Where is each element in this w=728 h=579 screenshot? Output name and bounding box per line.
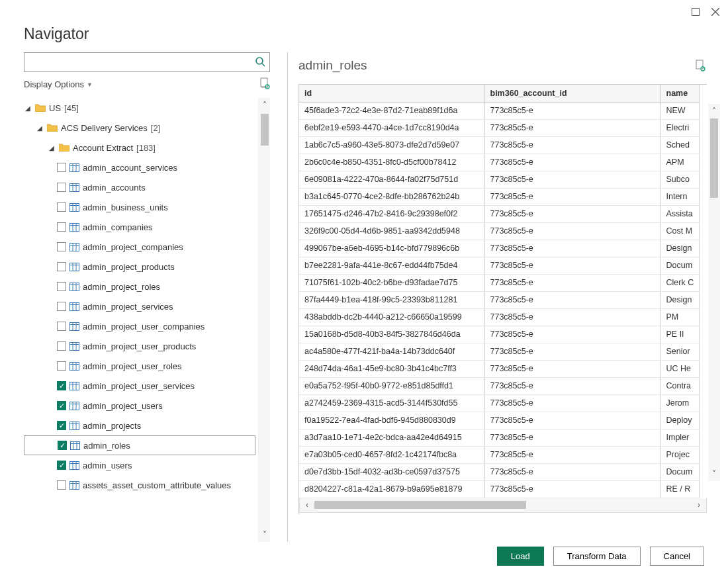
table-row[interactable]: 17651475-d246-47b2-8416-9c29398ef0f2773c…: [299, 205, 700, 222]
collapse-icon[interactable]: ◢: [24, 105, 32, 112]
tree-item-label: admin_accounts: [83, 183, 146, 193]
tree-table-item[interactable]: admin_roles: [24, 435, 255, 455]
load-button[interactable]: Load: [497, 547, 544, 566]
transform-data-button[interactable]: Transform Data: [553, 547, 641, 566]
table-row[interactable]: 15a0168b-d5d8-40b3-84f5-3827846d46da773c…: [299, 326, 700, 343]
checkbox[interactable]: [57, 242, 66, 251]
tree-table-item[interactable]: assets_asset_custom_attribute_values: [24, 475, 255, 495]
table-row[interactable]: b3a1c645-0770-4ce2-8dfe-bb286762b24b773c…: [299, 188, 700, 205]
tree-table-item[interactable]: admin_project_companies: [24, 237, 255, 257]
table-row[interactable]: 326f9c00-05d4-4d6b-9851-aa9342dd5948773c…: [299, 222, 700, 240]
svg-rect-64: [71, 441, 80, 449]
col-id[interactable]: id: [299, 85, 484, 102]
close-icon[interactable]: [711, 7, 720, 17]
tree-item-label: admin_project_products: [83, 262, 175, 272]
checkbox[interactable]: [57, 202, 66, 212]
table-row[interactable]: 438abddb-dc2b-4440-a212-c66650a19599773c…: [299, 308, 700, 326]
checkbox[interactable]: [57, 421, 66, 430]
table-row[interactable]: 87fa4449-b1ea-418f-99c5-23393b811281773c…: [299, 291, 700, 308]
table-row[interactable]: 6e09081a-4222-470a-8644-fa02f75d751d773c…: [299, 171, 700, 188]
checkbox[interactable]: [58, 441, 67, 450]
table-row[interactable]: a3d7aa10-1e71-4e2c-bdca-aa42e4d64915773c…: [299, 429, 700, 446]
table-row[interactable]: 499067be-a6eb-4695-b14c-bfd779896c6b773c…: [299, 240, 700, 257]
table-row[interactable]: e0a5a752-f95f-40b0-9772-e851d85dffd1773c…: [299, 377, 700, 394]
table-row[interactable]: e7a03b05-ced0-4657-8fd2-1c42174fbc8a773c…: [299, 446, 700, 463]
tree-table-item[interactable]: admin_project_users: [24, 396, 255, 416]
search-icon[interactable]: [255, 56, 265, 69]
tree-table-item[interactable]: admin_account_services: [24, 157, 255, 177]
maximize-icon[interactable]: [691, 7, 700, 17]
collapse-icon[interactable]: ◢: [48, 144, 56, 152]
tree-node-acs[interactable]: ◢ ACS Delivery Services [2]: [24, 118, 255, 138]
refresh-icon[interactable]: [259, 77, 270, 91]
scrollbar-thumb[interactable]: [261, 114, 269, 146]
checkbox[interactable]: [57, 282, 66, 291]
table-row[interactable]: 71075f61-102b-40c2-b6be-d93fadae7d75773c…: [299, 274, 700, 291]
table-row[interactable]: 248d74da-46a1-45e9-bc80-3b41c4bc7ff3773c…: [299, 360, 700, 377]
checkbox[interactable]: [57, 222, 66, 232]
preview-vscrollbar[interactable]: ˄ ˅: [708, 104, 720, 481]
tree-table-item[interactable]: admin_project_user_services: [24, 376, 255, 396]
table-row[interactable]: 2b6c0c4e-b850-4351-8fc0-d5cf00b78412773c…: [299, 154, 700, 171]
tree-table-item[interactable]: admin_project_user_roles: [24, 356, 255, 376]
checkbox[interactable]: [57, 401, 66, 410]
search-input-container[interactable]: [24, 52, 270, 72]
checkbox[interactable]: [57, 480, 66, 490]
vscroll-thumb[interactable]: [710, 118, 718, 198]
scroll-right-icon[interactable]: ›: [692, 500, 706, 510]
table-row[interactable]: b7ee2281-9afa-441e-8c67-edd44fb75de4773c…: [299, 257, 700, 274]
tree-table-item[interactable]: admin_project_user_products: [24, 336, 255, 356]
scroll-left-icon[interactable]: ‹: [300, 500, 314, 510]
tree-table-item[interactable]: admin_project_user_companies: [24, 316, 255, 336]
table-cell: 773c85c5-e: [484, 412, 660, 429]
scroll-up-icon[interactable]: ˄: [259, 101, 270, 110]
navigator-tree[interactable]: ◢ US [45] ◢: [24, 98, 258, 542]
checkbox[interactable]: [57, 322, 66, 331]
tree-table-item[interactable]: admin_accounts: [24, 177, 255, 197]
col-account[interactable]: bim360_account_id: [484, 85, 660, 102]
checkbox[interactable]: [57, 461, 66, 470]
table-icon: [69, 481, 79, 490]
table-row[interactable]: ac4a580e-477f-421f-ba4a-14b73ddc640f773c…: [299, 343, 700, 360]
checkbox[interactable]: [57, 302, 66, 311]
table-cell: e7a03b05-ced0-4657-8fd2-1c42174fbc8a: [299, 446, 484, 463]
table-row[interactable]: 6ebf2e19-e593-4470-a4ce-1d7cc8190d4a773c…: [299, 119, 700, 136]
table-row[interactable]: a2742459-2369-4315-acd5-3144f530fd55773c…: [299, 394, 700, 412]
search-input[interactable]: [28, 57, 255, 68]
table-icon: [69, 422, 79, 430]
tree-scrollbar[interactable]: ˄ ˅: [258, 98, 270, 542]
scroll-up-icon[interactable]: ˄: [708, 107, 720, 116]
tree-table-item[interactable]: admin_project_products: [24, 257, 255, 277]
table-row[interactable]: 1ab6c7c5-a960-43e5-8073-dfe2d7d59e07773c…: [299, 136, 700, 154]
tree-table-item[interactable]: admin_project_services: [24, 296, 255, 316]
tree-node-account-extract[interactable]: ◢ Account Extract [183]: [24, 138, 255, 157]
checkbox[interactable]: [57, 361, 66, 371]
checkbox[interactable]: [57, 381, 66, 390]
checkbox[interactable]: [57, 163, 66, 172]
col-name[interactable]: name: [660, 85, 700, 102]
checkbox[interactable]: [57, 341, 66, 351]
table-row[interactable]: 45f6ade3-72c2-4e3e-87d2-71eab89f1d6a773c…: [299, 102, 700, 119]
table-cell: 773c85c5-e: [484, 429, 660, 446]
preview-hscrollbar[interactable]: ‹ ›: [299, 498, 707, 513]
table-row[interactable]: d0e7d3bb-15df-4032-ad3b-ce0597d37575773c…: [299, 463, 700, 480]
hscroll-thumb[interactable]: [314, 501, 526, 509]
cancel-button[interactable]: Cancel: [650, 547, 704, 566]
checkbox[interactable]: [57, 183, 66, 192]
tree-count: [183]: [136, 143, 156, 153]
table-row[interactable]: f0a19522-7ea4-4fad-bdf6-945d880830d9773c…: [299, 412, 700, 429]
scroll-down-icon[interactable]: ˅: [708, 469, 720, 478]
tree-node-us[interactable]: ◢ US [45]: [24, 98, 255, 118]
tree-table-item[interactable]: admin_users: [24, 455, 255, 475]
table-row[interactable]: d8204227-c81a-42a1-8679-b9a695e81879773c…: [299, 480, 700, 498]
preview-refresh-icon[interactable]: [695, 60, 707, 71]
tree-table-item[interactable]: admin_project_roles: [24, 277, 255, 296]
scroll-down-icon[interactable]: ˅: [259, 530, 270, 539]
table-icon: [69, 322, 79, 331]
display-options-dropdown[interactable]: Display Options ▼: [24, 79, 93, 89]
tree-table-item[interactable]: admin_companies: [24, 217, 255, 237]
checkbox[interactable]: [57, 262, 66, 271]
collapse-icon[interactable]: ◢: [36, 124, 44, 132]
tree-table-item[interactable]: admin_projects: [24, 416, 255, 435]
tree-table-item[interactable]: admin_business_units: [24, 197, 255, 217]
